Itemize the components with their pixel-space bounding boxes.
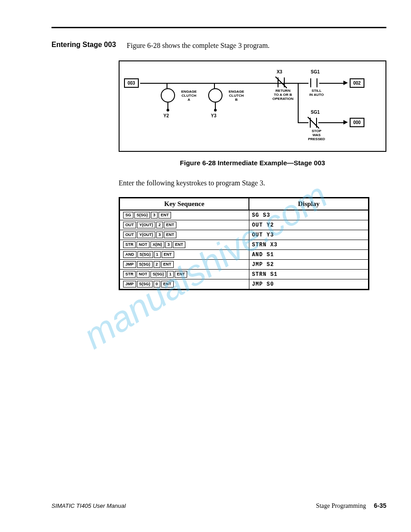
coil-a-output: Y2 — [163, 113, 169, 118]
key-button: S(SG) — [150, 271, 166, 278]
key-sequence-cell: OUTY(OUT)3ENT — [120, 230, 249, 240]
sg1-bot-contact — [308, 118, 318, 128]
keystroke-table: Key Sequence Display SGS(SG)3ENTSG S3OUT… — [119, 197, 369, 290]
wire — [298, 122, 308, 123]
wire — [214, 83, 215, 88]
key-button: STR — [123, 241, 136, 248]
key-button: 2 — [154, 261, 160, 268]
intro-text: Figure 6-28 shows the complete Stage 3 p… — [127, 42, 270, 50]
section-title: Entering Stage 003 — [51, 41, 116, 49]
wire — [286, 83, 308, 84]
key-button: ENT — [161, 281, 174, 287]
stage-box-000: 000 — [350, 118, 364, 127]
key-button: SG — [123, 212, 133, 219]
key-button: ENT — [164, 232, 176, 238]
key-button: 3 — [165, 241, 172, 248]
table-row: JMPS(SG)0ENTJMP S0 — [120, 279, 369, 290]
display-cell: STRN S1 — [249, 270, 368, 279]
key-button: X(IN) — [150, 241, 164, 248]
key-button: 1 — [154, 251, 161, 258]
key-button: OUT — [123, 222, 136, 228]
display-cell: OUT Y3 — [249, 230, 368, 240]
footer-right: Stage Programming 6-35 — [316, 502, 386, 510]
table-header-row: Key Sequence Display — [120, 198, 369, 210]
sg1-top-desc: STILL IN AUTO — [308, 89, 325, 97]
key-button: S(SG) — [137, 261, 153, 268]
key-button: Y(OUT) — [137, 222, 155, 228]
key-sequence-cell: JMPS(SG)2ENT — [120, 260, 249, 270]
sg1-bot-label: SG1 — [311, 110, 320, 115]
ladder-diagram: 003 ENGAGE CLUTCH A Y2 ENGAGE CLUTCH B Y… — [119, 60, 386, 152]
page-footer: SIMATIC TI405 User Manual Stage Programm… — [51, 502, 386, 510]
table-row: OUTY(OUT)2ENTOUT Y2 — [120, 220, 369, 230]
key-button: ENT — [175, 271, 187, 278]
heading-row: Entering Stage 003 Figure 6-28 shows the… — [51, 41, 386, 50]
wire — [167, 83, 167, 88]
table-row: SGS(SG)3ENTSG S3 — [120, 210, 369, 220]
footer-page-number: 6-35 — [374, 502, 386, 509]
display-cell: AND S1 — [249, 250, 368, 260]
key-button: S(SG) — [137, 281, 153, 287]
coil-y3-dot — [214, 109, 217, 112]
key-button: JMP — [123, 261, 136, 268]
key-button: OUT — [123, 232, 136, 238]
sg1-bot-desc: STOP WAS PRESSED — [306, 129, 327, 141]
key-button: AND — [123, 251, 137, 258]
table-row: OUTY(OUT)3ENTOUT Y3 — [120, 230, 369, 240]
x3-desc: RETURN TO A OR B OPERATION — [271, 89, 295, 101]
key-button: Y(OUT) — [137, 232, 155, 238]
x3-contact — [276, 77, 286, 87]
key-button: 2 — [156, 222, 163, 228]
page: manualshive.com Entering Stage 003 Figur… — [0, 0, 411, 532]
table-row: STRNOTX(IN)3ENTSTRN X3 — [120, 240, 369, 250]
coil-y3 — [208, 88, 223, 103]
col-key-sequence: Key Sequence — [120, 198, 249, 210]
key-sequence-cell: STRNOTX(IN)3ENT — [120, 240, 249, 250]
key-button: STR — [123, 271, 136, 278]
sg1-top-label: SG1 — [311, 69, 320, 74]
figure-caption: Figure 6-28 Intermediate Example—Stage 0… — [119, 159, 386, 167]
top-rule — [51, 27, 386, 28]
wire — [318, 122, 343, 123]
table-row: STRNOTS(SG)1ENTSTRN S1 — [120, 270, 369, 279]
table-row: ANDS(SG)1ENTAND S1 — [120, 250, 369, 260]
footer-manual-title: SIMATIC TI405 User Manual — [51, 502, 126, 509]
key-button: 3 — [156, 232, 163, 238]
key-sequence-cell: STRNOTS(SG)1ENT — [120, 270, 249, 279]
key-button: ENT — [161, 261, 174, 268]
enter-text: Enter the following keystrokes to progra… — [119, 179, 386, 187]
x3-label-top: X3 — [277, 69, 282, 74]
coil-b-label: ENGAGE CLUTCH B — [225, 90, 248, 102]
key-sequence-cell: OUTY(OUT)2ENT — [120, 220, 249, 230]
key-button: NOT — [137, 241, 150, 248]
footer-section: Stage Programming — [316, 502, 366, 509]
coil-a-label: ENGAGE CLUTCH A — [178, 90, 200, 102]
wire — [319, 83, 343, 84]
coil-y2-dot — [167, 109, 169, 112]
key-button: ENT — [164, 222, 176, 228]
key-sequence-cell: ANDS(SG)1ENT — [120, 250, 249, 260]
key-button: JMP — [123, 281, 136, 287]
key-sequence-cell: SGS(SG)3ENT — [120, 210, 249, 220]
key-button: S(SG) — [134, 212, 150, 219]
stage-box-003: 003 — [124, 78, 139, 88]
key-button: ENT — [162, 251, 174, 258]
coil-b-output: Y3 — [211, 113, 216, 118]
col-display: Display — [249, 198, 368, 210]
coil-y2 — [161, 88, 175, 103]
arrow-icon — [343, 81, 348, 85]
key-button: ENT — [158, 212, 171, 219]
arrow-icon — [343, 120, 348, 124]
key-button: NOT — [137, 271, 150, 278]
display-cell: OUT Y2 — [249, 220, 368, 230]
key-sequence-cell: JMPS(SG)0ENT — [120, 279, 249, 290]
table-row: JMPS(SG)2ENTJMP S2 — [120, 260, 369, 270]
display-cell: SG S3 — [249, 210, 368, 220]
stage-box-002: 002 — [350, 78, 364, 88]
wire — [298, 83, 299, 123]
key-button: S(SG) — [137, 251, 153, 258]
sg1-top-contact — [308, 78, 319, 87]
key-button: 0 — [154, 281, 160, 287]
display-cell: STRN X3 — [249, 240, 368, 250]
key-button: ENT — [173, 241, 185, 248]
